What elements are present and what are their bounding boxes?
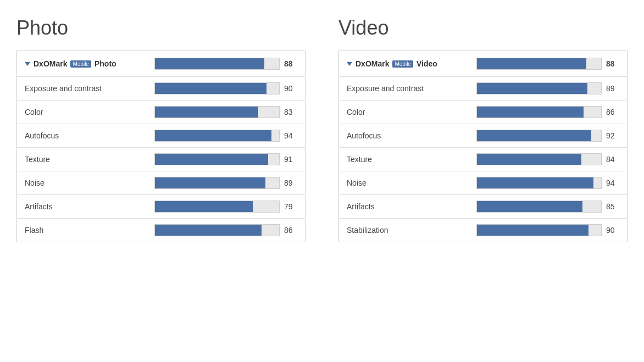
row-score: 92 bbox=[606, 131, 619, 140]
row-label: Exposure and contrast bbox=[17, 77, 147, 101]
bar-container: 86 bbox=[154, 224, 297, 236]
table-row: Artifacts 85 bbox=[339, 195, 628, 219]
bar-fill bbox=[155, 83, 267, 94]
row-bar-cell: 89 bbox=[147, 171, 306, 195]
bar-track bbox=[476, 130, 602, 142]
main-container: Photo DxOMark Mobile Photo bbox=[16, 16, 628, 242]
table-row: Autofocus 92 bbox=[339, 124, 628, 148]
bar-track bbox=[154, 130, 280, 142]
bar-track bbox=[154, 82, 280, 94]
photo-header-score-cell: 88 bbox=[147, 51, 306, 77]
bar-container: 86 bbox=[476, 106, 619, 118]
row-label: Artifacts bbox=[339, 195, 469, 219]
row-label: Stabilization bbox=[339, 219, 469, 242]
row-bar-cell: 83 bbox=[147, 101, 306, 124]
table-row: Noise 94 bbox=[339, 171, 628, 195]
row-bar-cell: 92 bbox=[469, 124, 628, 148]
bar-container: 85 bbox=[476, 201, 619, 213]
table-row: Texture 84 bbox=[339, 148, 628, 171]
row-bar-cell: 89 bbox=[469, 77, 628, 101]
table-row: Color 83 bbox=[17, 101, 306, 124]
photo-chevron-icon[interactable] bbox=[25, 62, 30, 66]
photo-header-label-cell: DxOMark Mobile Photo bbox=[17, 51, 147, 77]
row-bar-cell: 85 bbox=[469, 195, 628, 219]
row-score: 89 bbox=[284, 179, 297, 187]
bar-fill bbox=[155, 107, 258, 118]
photo-section: Photo DxOMark Mobile Photo bbox=[16, 16, 306, 242]
row-label: Color bbox=[339, 101, 469, 124]
bar-fill bbox=[155, 177, 265, 188]
video-header-score-cell: 88 bbox=[469, 51, 628, 77]
row-bar-cell: 91 bbox=[147, 148, 306, 171]
bar-fill bbox=[155, 225, 262, 236]
bar-container: 79 bbox=[154, 201, 297, 213]
row-score: 85 bbox=[606, 202, 619, 211]
bar-track bbox=[154, 153, 280, 165]
row-score: 90 bbox=[606, 226, 619, 235]
photo-title: Photo bbox=[16, 16, 306, 40]
bar-fill bbox=[155, 154, 268, 165]
row-label: Flash bbox=[17, 219, 147, 242]
bar-track bbox=[154, 224, 280, 236]
bar-fill bbox=[477, 225, 589, 236]
video-section: Video DxOMark Mobile Video bbox=[338, 16, 628, 242]
row-bar-cell: 90 bbox=[469, 219, 628, 242]
video-chevron-icon[interactable] bbox=[347, 62, 352, 66]
row-score: 86 bbox=[606, 108, 619, 116]
table-row: Color 86 bbox=[339, 101, 628, 124]
bar-fill bbox=[477, 201, 582, 212]
row-score: 84 bbox=[606, 155, 619, 164]
row-bar-cell: 86 bbox=[147, 219, 306, 242]
row-score: 89 bbox=[606, 84, 619, 93]
row-label: Noise bbox=[17, 171, 147, 195]
bar-track bbox=[476, 106, 602, 118]
row-score: 90 bbox=[284, 84, 297, 93]
video-header-bar-fill bbox=[477, 58, 586, 69]
photo-mobile-badge: Mobile bbox=[70, 60, 91, 68]
table-row: Texture 91 bbox=[17, 148, 306, 171]
row-label: Autofocus bbox=[17, 124, 147, 148]
row-bar-cell: 79 bbox=[147, 195, 306, 219]
bar-fill bbox=[477, 177, 594, 188]
row-score: 79 bbox=[284, 202, 297, 211]
row-label: Noise bbox=[339, 171, 469, 195]
row-bar-cell: 94 bbox=[469, 171, 628, 195]
bar-track bbox=[154, 177, 280, 189]
row-bar-cell: 94 bbox=[147, 124, 306, 148]
photo-header-row: DxOMark Mobile Photo 88 bbox=[17, 51, 306, 77]
bar-track bbox=[154, 106, 280, 118]
row-bar-cell: 84 bbox=[469, 148, 628, 171]
row-score: 86 bbox=[284, 226, 297, 235]
row-label: Color bbox=[17, 101, 147, 124]
bar-container: 83 bbox=[154, 106, 297, 118]
row-score: 94 bbox=[284, 131, 297, 140]
bar-container: 94 bbox=[154, 130, 297, 142]
video-header-label-cell: DxOMark Mobile Video bbox=[339, 51, 469, 77]
row-bar-cell: 90 bbox=[147, 77, 306, 101]
photo-header-label: DxOMark Mobile Photo bbox=[25, 59, 139, 68]
bar-fill bbox=[477, 107, 584, 118]
table-row: Exposure and contrast 89 bbox=[339, 77, 628, 101]
video-title: Video bbox=[338, 16, 628, 40]
video-dxomark-label: DxOMark bbox=[356, 59, 389, 68]
video-header-suffix: Video bbox=[417, 59, 437, 68]
row-bar-cell: 86 bbox=[469, 101, 628, 124]
photo-table: DxOMark Mobile Photo 88 bbox=[16, 51, 306, 242]
bar-fill bbox=[155, 130, 272, 141]
table-row: Autofocus 94 bbox=[17, 124, 306, 148]
video-header-bar-container: 88 bbox=[476, 58, 619, 70]
video-mobile-badge: Mobile bbox=[392, 60, 413, 68]
table-row: Artifacts 79 bbox=[17, 195, 306, 219]
bar-container: 92 bbox=[476, 130, 619, 142]
photo-header-score: 88 bbox=[284, 59, 297, 68]
bar-container: 91 bbox=[154, 153, 297, 165]
bar-track bbox=[476, 82, 602, 94]
bar-container: 94 bbox=[476, 177, 619, 189]
bar-track bbox=[476, 153, 602, 165]
row-label: Artifacts bbox=[17, 195, 147, 219]
bar-fill bbox=[477, 83, 587, 94]
video-header-score: 88 bbox=[606, 59, 619, 68]
row-score: 91 bbox=[284, 155, 297, 164]
video-header-label: DxOMark Mobile Video bbox=[347, 59, 461, 68]
video-table: DxOMark Mobile Video 88 bbox=[338, 51, 628, 242]
